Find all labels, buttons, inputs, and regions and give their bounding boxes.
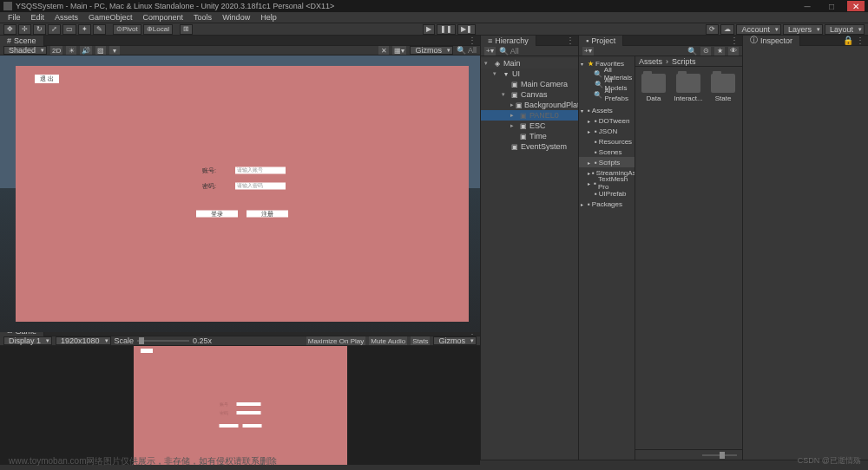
project-tree-item[interactable]: ▸▪Scripts <box>579 157 635 167</box>
password-input[interactable]: 请输入密码 <box>235 182 286 189</box>
inspector-lock-icon[interactable]: 🔒 ⋮ <box>839 36 868 45</box>
display-dropdown[interactable]: Display 1 <box>3 336 52 345</box>
hierarchy-item[interactable]: ▣EventSystem <box>481 141 578 152</box>
maximize-toggle[interactable]: Maximize On Play <box>306 336 365 345</box>
menu-component[interactable]: Component <box>139 13 188 22</box>
lighting-icon[interactable]: ☀ <box>66 46 76 55</box>
folder-icon <box>641 74 666 93</box>
hierarchy-item[interactable]: ▣Time <box>481 131 578 141</box>
transform-tool-icon[interactable]: ✦ <box>78 24 91 35</box>
gizmos-dropdown[interactable]: Gizmos <box>410 46 453 55</box>
favorite-item[interactable]: 🔍All Prefabs <box>579 89 635 100</box>
hierarchy-tab-options-icon[interactable]: ⋮ <box>562 36 578 45</box>
hierarchy-item[interactable]: ▾▣Canvas <box>481 89 578 100</box>
collab-icon[interactable]: ⟳ <box>706 24 719 35</box>
tab-project[interactable]: ▪Project <box>579 36 623 46</box>
breadcrumb-assets[interactable]: Assets <box>639 57 662 66</box>
project-tree-item[interactable]: ▪UIPrefab <box>579 188 635 199</box>
login-button[interactable]: 登录 <box>196 210 238 217</box>
2d-toggle[interactable]: 2D <box>50 46 62 55</box>
account-dropdown[interactable]: Account <box>736 24 781 35</box>
game-gizmos-dropdown[interactable]: Gizmos <box>433 336 477 345</box>
breadcrumb: Assets › Scripts <box>635 56 742 67</box>
project-tree-item[interactable]: ▸▪Packages <box>579 199 635 209</box>
local-toggle[interactable]: ⊕Local <box>143 24 173 35</box>
project-tree-item[interactable]: ▾▪Assets <box>579 105 635 115</box>
project-create-icon[interactable]: +▾ <box>582 47 594 55</box>
hidden-icon[interactable]: 👁 <box>728 47 739 55</box>
account-input[interactable]: 请输入账号 <box>235 166 286 173</box>
fx-icon[interactable]: ▨ <box>95 46 106 55</box>
project-zoom-slider[interactable] <box>635 449 742 460</box>
project-tree-item[interactable]: ▸▪JSON <box>579 126 635 136</box>
hierarchy-item[interactable]: ▸▣ESC <box>481 121 578 131</box>
mute-toggle[interactable]: Mute Audio <box>369 336 407 345</box>
filter-icon[interactable]: ⊙ <box>700 47 711 55</box>
project-tree-item[interactable]: ▸▪TextMesh Pro <box>579 178 635 188</box>
menubar: File Edit Assets GameObject Component To… <box>0 12 868 23</box>
menu-edit[interactable]: Edit <box>27 13 49 22</box>
hierarchy-create-icon[interactable]: +▾ <box>484 47 496 55</box>
scene-tab-options-icon[interactable]: ⋮ <box>464 36 480 45</box>
stats-toggle[interactable]: Stats <box>411 336 430 345</box>
hierarchy-item[interactable]: ▸▣PANEL0 <box>481 110 578 121</box>
scene-camera-icon[interactable]: ▾ <box>109 46 120 55</box>
pivot-toggle[interactable]: ⊙Pivot <box>113 24 141 35</box>
scene-view[interactable]: 退 出 账号: 请输入账号 密码: 请输入密码 登录 注册 <box>0 55 480 332</box>
menu-file[interactable]: File <box>3 13 25 22</box>
scale-slider[interactable] <box>137 340 189 342</box>
hierarchy-item[interactable]: ▣Main Camera <box>481 79 578 89</box>
shading-dropdown[interactable]: Shaded <box>3 46 47 55</box>
g-login-button <box>219 424 238 428</box>
move-tool-icon[interactable]: ✢ <box>18 24 31 35</box>
menu-help[interactable]: Help <box>256 13 281 22</box>
layout-dropdown[interactable]: Layout <box>825 24 865 35</box>
inspector-panel: ⓘInspector 🔒 ⋮ <box>742 36 868 460</box>
menu-gameobject[interactable]: GameObject <box>84 13 137 22</box>
folder-item[interactable]: State <box>708 74 738 102</box>
hand-tool-icon[interactable]: ✥ <box>3 24 16 35</box>
project-tree-item[interactable]: ▸▪DOTween <box>579 115 635 126</box>
rotate-tool-icon[interactable]: ↻ <box>33 24 46 35</box>
scale-tool-icon[interactable]: ⤢ <box>48 24 61 35</box>
breadcrumb-scripts[interactable]: Scripts <box>672 57 696 66</box>
exit-button[interactable]: 退 出 <box>35 75 59 83</box>
fav-filter-icon[interactable]: ★ <box>714 47 725 55</box>
pause-button[interactable]: ❚❚ <box>437 24 456 35</box>
tab-hierarchy[interactable]: ≡Hierarchy <box>481 36 536 46</box>
folder-icon <box>676 74 700 93</box>
menu-window[interactable]: Window <box>218 13 254 22</box>
layers-dropdown[interactable]: Layers <box>783 24 823 35</box>
hierarchy-item[interactable]: ▸▣BackgroundPlate <box>481 100 578 110</box>
menu-tools[interactable]: Tools <box>189 13 216 22</box>
folder-item[interactable]: Data <box>639 74 668 102</box>
maximize-button[interactable]: □ <box>823 1 840 11</box>
snap-icon[interactable]: ⊞ <box>180 24 193 35</box>
play-button[interactable]: ▶ <box>423 24 435 35</box>
menu-assets[interactable]: Assets <box>50 13 82 22</box>
audio-icon[interactable]: 🔊 <box>80 46 92 55</box>
hierarchy-item[interactable]: ▾▾UI <box>481 69 578 79</box>
game-view[interactable]: 账号 密码 <box>0 346 480 465</box>
unity-logo-icon <box>3 2 12 10</box>
step-button[interactable]: ▶❚ <box>457 24 476 35</box>
project-tree-item[interactable]: ▪Scenes <box>579 147 635 157</box>
grid-icon[interactable]: ▦▾ <box>392 46 406 55</box>
project-tab-options-icon[interactable]: ⋮ <box>727 36 742 45</box>
tab-scene[interactable]: #Scene <box>0 36 44 46</box>
hierarchy-item[interactable]: ▾◈Main <box>481 58 578 69</box>
scene-search-icon[interactable]: 🔍 All <box>457 46 477 55</box>
custom-tool-icon[interactable]: ✎ <box>93 24 106 35</box>
close-button[interactable]: ✕ <box>847 1 865 11</box>
scene-tools-icon[interactable]: ✕ <box>378 46 389 55</box>
hierarchy-search-icon[interactable]: 🔍 All <box>499 47 519 55</box>
tab-inspector[interactable]: ⓘInspector <box>743 36 800 46</box>
project-tree-item[interactable]: ▪Resources <box>579 136 635 147</box>
project-search-icon[interactable]: 🔍 <box>687 47 697 55</box>
rect-tool-icon[interactable]: ▭ <box>62 24 76 35</box>
register-button[interactable]: 注册 <box>247 210 288 217</box>
cloud-icon[interactable]: ☁ <box>720 24 734 35</box>
folder-item[interactable]: Interact... <box>674 74 703 102</box>
minimize-button[interactable]: ─ <box>799 1 816 11</box>
resolution-dropdown[interactable]: 1920x1080 <box>56 336 111 345</box>
